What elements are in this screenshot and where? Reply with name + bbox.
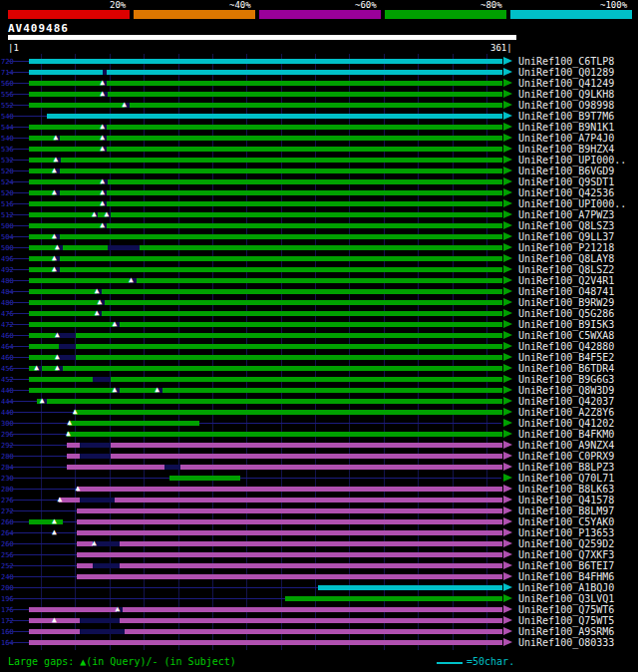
alignment-bar[interactable] <box>67 465 502 470</box>
alignment-bar[interactable] <box>47 114 503 119</box>
alignment-bar[interactable] <box>29 366 502 371</box>
hit-label[interactable]: UniRef100_B9T7M6 <box>518 111 614 122</box>
hit-label[interactable]: UniRef100_Q8LAY8 <box>518 253 614 264</box>
alignment-bar[interactable] <box>29 278 502 283</box>
hit-label[interactable]: UniRef100_B4FKM0 <box>518 429 614 440</box>
hit-label[interactable]: UniRef100_C5YAK0 <box>518 516 614 527</box>
alignment-bar[interactable] <box>77 519 502 524</box>
hit-label[interactable]: UniRef100_A7P4J0 <box>518 133 614 144</box>
hit-label[interactable]: UniRef100_C0PRX9 <box>518 451 614 462</box>
hit-label[interactable]: UniRef100_Q5G286 <box>518 308 614 319</box>
alignment-bar[interactable] <box>29 234 502 239</box>
hit-label[interactable]: UniRef100_Q259D2 <box>518 538 614 549</box>
alignment-bar[interactable] <box>29 70 502 75</box>
alignment-bar[interactable] <box>169 476 240 481</box>
hit-label[interactable]: UniRef100_A9SRM6 <box>518 626 614 637</box>
alignment-bar[interactable] <box>77 552 502 557</box>
hit-label[interactable]: UniRef100_O80333 <box>518 637 614 648</box>
hit-label[interactable]: UniRef100_B6TDR4 <box>518 363 614 374</box>
alignment-bar[interactable] <box>29 103 502 108</box>
alignment-bar[interactable] <box>29 640 502 645</box>
alignment-bar[interactable] <box>77 508 502 513</box>
alignment-bar[interactable] <box>29 59 502 64</box>
alignment-bar[interactable] <box>29 168 502 173</box>
hit-label[interactable]: UniRef100_Q75WT5 <box>518 615 614 626</box>
hit-label[interactable]: UniRef100_Q9SDT1 <box>518 176 614 187</box>
alignment-bar[interactable] <box>29 519 63 524</box>
alignment-bar[interactable] <box>37 399 502 404</box>
hit-label[interactable]: UniRef100_B6VGD9 <box>518 166 614 176</box>
alignment-bar[interactable] <box>29 355 502 360</box>
alignment-bar[interactable] <box>67 432 502 437</box>
gap-triangle-icon: ▲ <box>58 496 63 504</box>
hit-label[interactable]: UniRef100_B4FHM6 <box>518 571 614 582</box>
alignment-bar[interactable] <box>29 388 502 393</box>
legend-label: 20% <box>110 0 126 10</box>
hit-label[interactable]: UniRef100_Q42037 <box>518 396 614 407</box>
alignment-bar[interactable] <box>77 487 502 492</box>
alignment-bar[interactable] <box>29 322 502 327</box>
hit-label[interactable]: UniRef100_P21218 <box>518 242 614 253</box>
hit-label[interactable]: UniRef100_B4F5E2 <box>518 352 614 363</box>
alignment-bar[interactable] <box>29 212 502 217</box>
hit-label[interactable]: UniRef100_C5WXA8 <box>518 330 614 341</box>
alignment-bar[interactable] <box>29 344 502 349</box>
alignment-bar[interactable] <box>67 454 502 459</box>
alignment-bar[interactable] <box>69 421 200 426</box>
hit-arrow-icon <box>503 188 512 196</box>
hit-label[interactable]: UniRef100_B9RW29 <box>518 297 614 308</box>
alignment-bar[interactable] <box>318 585 502 590</box>
hit-label[interactable]: UniRef100_A1BQJ0 <box>518 582 614 593</box>
hit-label[interactable]: UniRef100_B8LPZ3 <box>518 462 614 473</box>
alignment-bar[interactable] <box>29 245 502 250</box>
hit-label[interactable]: UniRef100_Q8W3D9 <box>518 385 614 396</box>
gap-triangle-icon: ▲ <box>66 430 71 438</box>
hit-label[interactable]: UniRef100_Q75WT6 <box>518 604 614 615</box>
hit-label[interactable]: UniRef100_A7PWZ3 <box>518 209 614 220</box>
alignment-bar[interactable] <box>29 158 502 163</box>
alignment-bar[interactable] <box>77 541 502 546</box>
row-score: 288 <box>1 453 14 461</box>
legend-label: ~80% <box>480 0 502 10</box>
hit-label[interactable]: UniRef100_UPI000.. <box>518 198 626 209</box>
alignment-bar[interactable] <box>29 256 502 261</box>
alignment-bar[interactable] <box>29 267 502 272</box>
alignment-bar[interactable] <box>285 596 502 601</box>
hit-label[interactable]: UniRef100_C6TLP8 <box>518 56 614 67</box>
alignment-bar[interactable] <box>77 530 502 535</box>
hit-label[interactable]: UniRef100_P13653 <box>518 527 614 538</box>
hit-label[interactable]: UniRef100_B8LM97 <box>518 505 614 516</box>
hit-label[interactable]: UniRef100_Q41578 <box>518 495 614 505</box>
alignment-bar[interactable] <box>67 443 502 448</box>
hit-label[interactable]: UniRef100_Q41202 <box>518 418 614 429</box>
hit-label[interactable]: UniRef100_Q42536 <box>518 187 614 198</box>
hit-label[interactable]: UniRef100_Q9LL37 <box>518 231 614 242</box>
hit-label[interactable]: UniRef100_A9NZX4 <box>518 440 614 451</box>
alignment-bar[interactable] <box>74 410 502 415</box>
hit-label[interactable]: UniRef100_B9I5K3 <box>518 319 614 330</box>
hit-label[interactable]: UniRef100_B9N1K1 <box>518 122 614 133</box>
hit-label[interactable]: UniRef100_B9G6G3 <box>518 374 614 385</box>
hit-label[interactable]: UniRef100_A2Z8Y6 <box>518 407 614 418</box>
hit-label[interactable]: UniRef100_Q9LKH8 <box>518 89 614 100</box>
alignment-bar[interactable] <box>77 563 502 568</box>
hit-label[interactable]: UniRef100_O48741 <box>518 286 614 297</box>
hit-label[interactable]: UniRef100_Q8LSZ3 <box>518 220 614 231</box>
hit-label[interactable]: UniRef100_O98998 <box>518 100 614 111</box>
hit-label[interactable]: UniRef100_B8LK63 <box>518 484 614 495</box>
hit-label[interactable]: UniRef100_B6TEI7 <box>518 560 614 571</box>
alignment-bar[interactable] <box>29 607 502 612</box>
hit-label[interactable]: UniRef100_B9HZX4 <box>518 144 614 155</box>
hit-label[interactable]: UniRef100_Q42880 <box>518 341 614 352</box>
hit-label[interactable]: UniRef100_Q41249 <box>518 78 614 89</box>
alignment-bar[interactable] <box>59 498 502 503</box>
hit-label[interactable]: UniRef100_Q70L71 <box>518 473 614 484</box>
hit-label[interactable]: UniRef100_Q2V4R1 <box>518 275 614 286</box>
alignment-bar[interactable] <box>77 574 502 579</box>
hit-label[interactable]: UniRef100_Q7XKF3 <box>518 549 614 560</box>
hit-label[interactable]: UniRef100_Q8LSZ2 <box>518 264 614 275</box>
alignment-bar[interactable] <box>29 333 502 338</box>
hit-label[interactable]: UniRef100_UPI000.. <box>518 155 626 166</box>
hit-label[interactable]: UniRef100_Q01289 <box>518 67 614 78</box>
hit-label[interactable]: UniRef100_Q3LVQ1 <box>518 593 614 604</box>
